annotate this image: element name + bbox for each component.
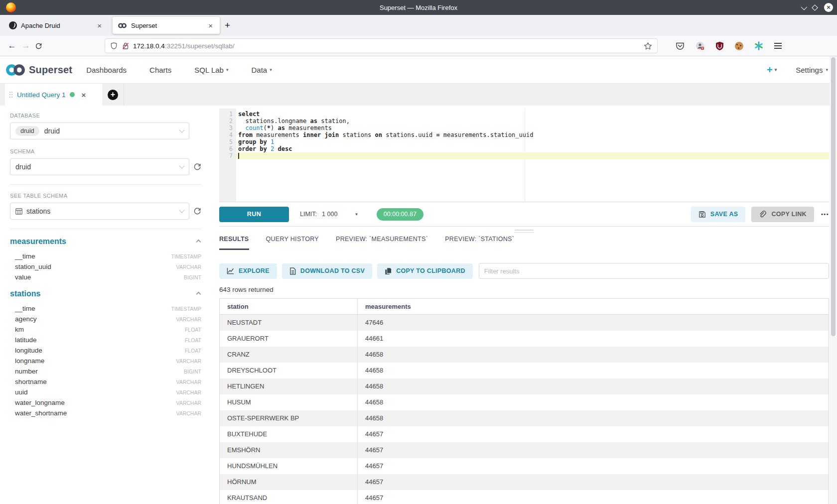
extension-asterisk-icon[interactable] (754, 41, 763, 50)
cell-measurements: 44657 (357, 458, 829, 474)
download-csv-button[interactable]: DOWNLOAD TO CSV (282, 263, 372, 279)
column-type: VARCHAR (176, 389, 201, 395)
limit-control[interactable]: LIMIT: 1 000 ▾ (300, 211, 358, 218)
tab-results[interactable]: RESULTS (219, 236, 249, 250)
sql-editor[interactable]: 1234567 select stations.longname as stat… (219, 109, 829, 202)
resize-grip[interactable] (515, 230, 534, 234)
forward-button[interactable]: → (19, 41, 33, 51)
query-status-dot (70, 92, 75, 97)
pocket-icon[interactable] (676, 42, 685, 50)
column-row: __timeTIMESTAMP (10, 303, 201, 314)
add-query-tab-button[interactable]: + (108, 90, 118, 100)
table-section-measurements: measurements__timeTIMESTAMPstation_uuidV… (10, 237, 201, 282)
navbar-item-charts[interactable]: Charts (149, 66, 171, 74)
add-new-button[interactable]: + ▾ (767, 64, 777, 76)
schema-select[interactable]: druid (10, 158, 189, 175)
table-icon (15, 208, 22, 215)
column-name: station_uuid (15, 263, 51, 270)
cell-station: HETLINGEN (220, 378, 357, 394)
column-name: __time (15, 252, 35, 260)
copy-clipboard-button[interactable]: COPY TO CLIPBOARD (377, 263, 473, 279)
link-icon (759, 211, 767, 218)
bookmark-star-icon[interactable] (644, 42, 652, 50)
table-row: OSTE-SPERRWERK BP44658 (220, 410, 829, 426)
back-button[interactable]: ← (5, 41, 19, 51)
browser-tab-apache-druid[interactable]: Apache Druid × (4, 17, 109, 34)
ublock-icon[interactable] (715, 41, 724, 50)
table-row: CRANZ44658 (220, 347, 829, 363)
divider (10, 229, 201, 229)
explore-button[interactable]: EXPLORE (219, 263, 277, 279)
column-name: __time (15, 305, 35, 312)
cookie-icon[interactable] (735, 42, 743, 50)
column-row: kmFLOAT (10, 324, 201, 335)
window-titlebar: Superset — Mozilla Firefox × (0, 0, 837, 15)
table-schema-select[interactable]: stations (10, 203, 189, 220)
save-as-button[interactable]: SAVE AS (691, 207, 746, 222)
table-name: stations (10, 289, 40, 298)
gutter-line-number: 6 (219, 145, 236, 152)
druid-favicon (9, 21, 17, 29)
copy-link-button[interactable]: COPY LINK (751, 207, 814, 222)
caret-down-icon: ▾ (270, 67, 272, 72)
code-line: order by 2 desc (236, 145, 829, 152)
table-schema-value: stations (26, 207, 50, 215)
menu-hamburger-icon[interactable] (774, 41, 782, 50)
tracking-shield-icon[interactable] (110, 42, 118, 50)
settings-label: Settings (796, 66, 823, 74)
database-label: DATABASE (10, 113, 201, 119)
filter-results-input[interactable] (479, 263, 829, 279)
navbar-item-dashboards[interactable]: Dashboards (86, 66, 127, 74)
run-button[interactable]: RUN (219, 207, 289, 222)
tab-close-icon[interactable]: × (206, 21, 215, 30)
refresh-schema-icon[interactable] (193, 163, 201, 171)
profile-blocked-icon[interactable] (696, 41, 704, 50)
limit-value: 1 000 (322, 211, 337, 218)
browser-tabstrip: Apache Druid × Superset × + (0, 15, 837, 36)
table-name-row[interactable]: stations (10, 289, 201, 298)
code-line (236, 152, 829, 159)
tab-preview-measurements[interactable]: PREVIEW: `MEASUREMENTS` (336, 236, 428, 250)
refresh-tables-icon[interactable] (193, 207, 201, 215)
browser-tab-superset[interactable]: Superset × (113, 17, 220, 34)
tab-close-icon[interactable]: × (95, 21, 104, 30)
settings-menu[interactable]: Settings ▾ (796, 66, 828, 74)
more-options-button[interactable]: ••• (821, 211, 829, 217)
caret-down-icon: ▾ (775, 67, 777, 72)
query-tab-close-icon[interactable]: × (82, 91, 86, 99)
database-select[interactable]: druid druid (10, 123, 189, 139)
column-header-station[interactable]: station (220, 299, 357, 314)
window-restore-icon[interactable] (812, 4, 818, 11)
copy-link-label: COPY LINK (771, 211, 807, 218)
editor-code-area[interactable]: select stations.longname as station, cou… (236, 109, 829, 202)
url-bar[interactable]: 172.18.0.4:32251/superset/sqllab/ (105, 38, 658, 53)
tab-preview-stations[interactable]: PREVIEW: `STATIONS` (445, 236, 514, 250)
query-tab-untitled-query-1[interactable]: Untitled Query 1 × (5, 84, 102, 106)
column-name: uuid (15, 388, 28, 396)
new-tab-button[interactable]: + (225, 20, 230, 31)
table-name-row[interactable]: measurements (10, 237, 201, 246)
code-line: from measurements inner join stations on… (236, 131, 829, 138)
column-row: longitudeFLOAT (10, 345, 201, 356)
column-header-measurements[interactable]: measurements (357, 299, 829, 314)
column-type: VARCHAR (176, 400, 201, 406)
navbar-item-data[interactable]: Data▾ (251, 66, 272, 74)
insecure-lock-icon[interactable] (122, 42, 129, 50)
collapse-chevron-icon[interactable] (196, 291, 201, 296)
collapse-chevron-icon[interactable] (196, 239, 201, 244)
chevron-down-icon (179, 207, 184, 213)
navbar-item-label: Dashboards (86, 66, 127, 74)
navbar-item-sql-lab[interactable]: SQL Lab▾ (194, 66, 228, 74)
drag-handle-icon[interactable] (9, 91, 13, 98)
table-row: EMSHÖRN44657 (220, 442, 829, 458)
window-title: Superset — Mozilla Firefox (0, 4, 837, 11)
tab-query-history[interactable]: QUERY HISTORY (266, 236, 319, 250)
browser-scrollbar[interactable] (830, 56, 837, 504)
reload-button[interactable] (35, 42, 49, 50)
scrollbar-thumb[interactable] (831, 57, 836, 336)
column-type: VARCHAR (176, 264, 201, 270)
superset-brand[interactable]: Superset (5, 63, 72, 77)
window-minimize-icon[interactable] (801, 3, 808, 10)
window-close-icon[interactable]: × (824, 3, 833, 12)
caret-down-icon: ▾ (226, 67, 229, 72)
